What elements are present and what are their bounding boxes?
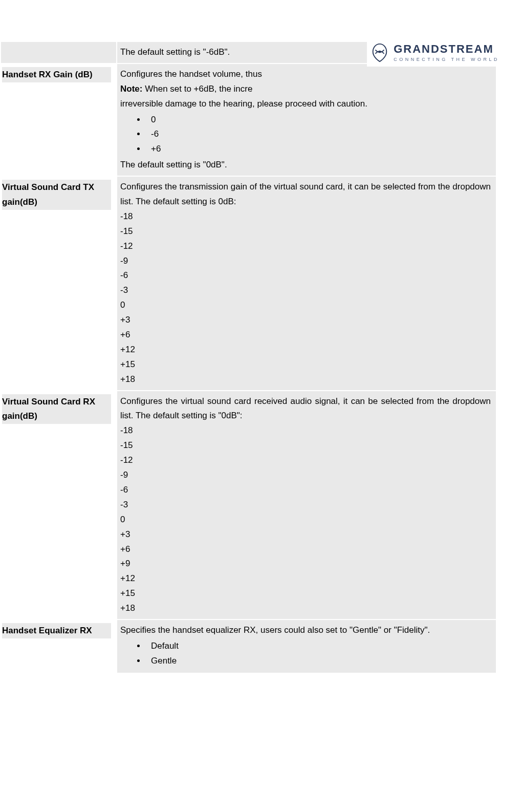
list-item: Default [146, 639, 491, 654]
list-item: -3 [120, 498, 491, 512]
value-list: -18 -15 -12 -9 -6 -3 0 +3 +6 +9 +12 +15 … [120, 423, 491, 616]
setting-label: Virtual Sound Card TX gain(dB) [1, 176, 117, 390]
list-item: -9 [120, 468, 491, 483]
list-item: -15 [120, 224, 491, 239]
option-list: 0 -6 +6 [120, 113, 491, 157]
desc-text: Configures the transmission gain of the … [120, 180, 491, 209]
desc-text: Specifies the handset equalizer RX, user… [120, 623, 491, 638]
label-text: Virtual Sound Card TX gain(dB) [2, 180, 111, 210]
logo-icon [370, 43, 389, 62]
setting-label: Handset RX Gain (dB) [1, 63, 117, 176]
label-text: Handset Equalizer RX [2, 623, 111, 638]
brand-name: GRANDSTREAM [394, 44, 499, 55]
brand-tagline: CONNECTING THE WORLD [394, 57, 499, 62]
list-item: -9 [120, 254, 491, 269]
list-item: +15 [120, 357, 491, 372]
list-item: +6 [120, 328, 491, 343]
desc-text: Configures the handset volume, thus [120, 69, 262, 79]
option-list: Default Gentle [120, 639, 491, 669]
list-item: 0 [120, 512, 491, 527]
list-item: -6 [120, 483, 491, 498]
list-item: 0 [120, 298, 491, 313]
list-item: -3 [120, 283, 491, 298]
settings-table: The default setting is "-6dB". Handset R… [0, 41, 497, 674]
label-text: Virtual Sound Card RX gain(dB) [2, 394, 111, 424]
setting-description: Configures the virtual sound card receiv… [117, 391, 496, 619]
list-item: +18 [120, 372, 491, 387]
note-text: When set to +6dB, the incre [142, 84, 252, 94]
setting-description: Configures the handset volume, thus Note… [117, 63, 496, 176]
list-item: -18 [120, 209, 491, 224]
list-item: -18 [120, 423, 491, 438]
list-item: +12 [120, 343, 491, 357]
table-row: Virtual Sound Card RX gain(dB) Configure… [1, 391, 496, 619]
list-item: 0 [146, 113, 491, 127]
value-list: -18 -15 -12 -9 -6 -3 0 +3 +6 +12 +15 +18 [120, 209, 491, 387]
setting-description: Configures the transmission gain of the … [117, 176, 496, 390]
note-label: Note: [120, 84, 142, 94]
brand-logo: GRANDSTREAM CONNECTING THE WORLD [367, 41, 503, 67]
list-item: +6 [146, 142, 491, 157]
default-text: The default setting is "0dB". [120, 158, 491, 173]
list-item: -12 [120, 453, 491, 468]
table-row: Virtual Sound Card TX gain(dB) Configure… [1, 176, 496, 390]
label-text: Handset RX Gain (dB) [2, 67, 111, 82]
setting-label: Virtual Sound Card RX gain(dB) [1, 391, 117, 619]
list-item: +3 [120, 527, 491, 542]
list-item: +6 [120, 542, 491, 557]
desc-text: irreversible damage to the hearing, plea… [120, 99, 367, 109]
setting-description: Specifies the handset equalizer RX, user… [117, 619, 496, 673]
desc-text: Configures the virtual sound card receiv… [120, 394, 491, 424]
list-item: -6 [146, 127, 491, 142]
list-item: +3 [120, 313, 491, 328]
list-item: +15 [120, 586, 491, 601]
list-item: -6 [120, 268, 491, 283]
list-item: -12 [120, 239, 491, 254]
setting-label [1, 41, 117, 63]
list-item: +9 [120, 557, 491, 571]
default-text: The default setting is "-6dB". [120, 47, 230, 57]
table-row: Handset Equalizer RX Specifies the hands… [1, 619, 496, 673]
list-item: +12 [120, 571, 491, 586]
list-item: Gentle [146, 654, 491, 669]
list-item: -15 [120, 438, 491, 453]
svg-point-0 [379, 51, 381, 53]
setting-label: Handset Equalizer RX [1, 619, 117, 673]
list-item: +18 [120, 601, 491, 616]
table-row: Handset RX Gain (dB) Configures the hand… [1, 63, 496, 176]
